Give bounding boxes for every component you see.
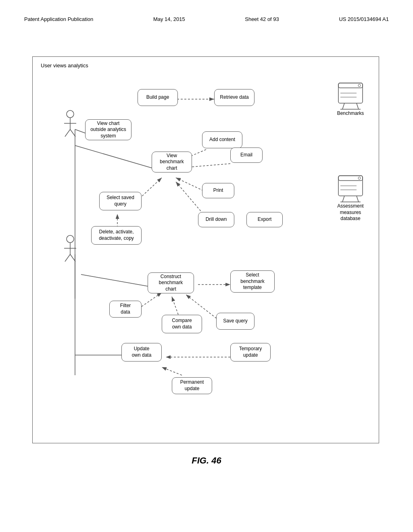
assessment-label: Assessmentmeasuresdatabase <box>334 203 367 222</box>
box-view-chart-outside: View chartoutside analyticssystem <box>85 119 131 140</box>
box-print: Print <box>202 183 234 198</box>
header-patent: US 2015/0134694 A1 <box>339 16 389 22</box>
page-header: Patent Application Publication May 14, 2… <box>0 16 413 22</box>
box-select-benchmark-template: Selectbenchmarktemplate <box>230 270 275 293</box>
figure-caption: FIG. 46 <box>0 455 413 466</box>
svg-line-43 <box>342 196 344 202</box>
diagram-container: User views analytics <box>32 56 379 443</box>
box-view-benchmark-chart: Viewbenchmarkchart <box>152 152 192 172</box>
svg-line-29 <box>70 254 75 262</box>
svg-line-35 <box>342 103 344 109</box>
svg-line-23 <box>65 129 70 137</box>
svg-rect-39 <box>338 176 363 181</box>
main-label: User views analytics <box>41 62 88 69</box>
svg-line-2 <box>75 145 158 170</box>
svg-line-16 <box>162 367 182 375</box>
benchmarks-server: Benchmarks <box>334 81 367 116</box>
box-export: Export <box>246 212 283 227</box>
box-add-content: Add content <box>202 131 242 148</box>
box-select-saved-query: Select savedquery <box>99 192 142 210</box>
box-update-own-data: Updateown data <box>121 343 162 362</box>
svg-point-32 <box>358 84 361 87</box>
user-figure-2 <box>60 234 80 264</box>
box-permanent-update: Permanentupdate <box>172 377 212 394</box>
box-filter-data: Filterdata <box>109 301 142 318</box>
header-date: May 14, 2015 <box>153 16 185 22</box>
svg-line-28 <box>65 254 70 262</box>
assessment-server: Assessmentmeasuresdatabase <box>334 174 367 222</box>
box-retrieve-data: Retrieve data <box>214 89 254 106</box>
benchmarks-label: Benchmarks <box>334 110 367 116</box>
svg-line-24 <box>70 129 75 137</box>
svg-rect-31 <box>338 83 363 88</box>
box-delete-activate: Delete, activate,deactivate, copy <box>91 226 142 245</box>
box-save-query: Save query <box>216 313 254 330</box>
box-construct-benchmark-chart: Constructbenchmarkchart <box>148 272 194 293</box>
svg-line-10 <box>81 274 150 287</box>
svg-point-25 <box>67 235 74 243</box>
box-build-page: Build page <box>138 89 178 106</box>
header-left: Patent Application Publication <box>24 16 93 22</box>
svg-point-20 <box>67 110 74 118</box>
box-email: Email <box>230 148 263 163</box>
box-temporary-update: Temporaryupdate <box>230 343 271 362</box>
box-drill-down: Drill down <box>198 212 234 227</box>
svg-line-44 <box>357 196 359 202</box>
box-compare-own-data: Compareown data <box>162 315 202 333</box>
svg-point-40 <box>358 177 361 179</box>
header-sheet: Sheet 42 of 93 <box>245 16 279 22</box>
user-figure-1 <box>60 109 80 139</box>
svg-line-36 <box>357 103 359 109</box>
